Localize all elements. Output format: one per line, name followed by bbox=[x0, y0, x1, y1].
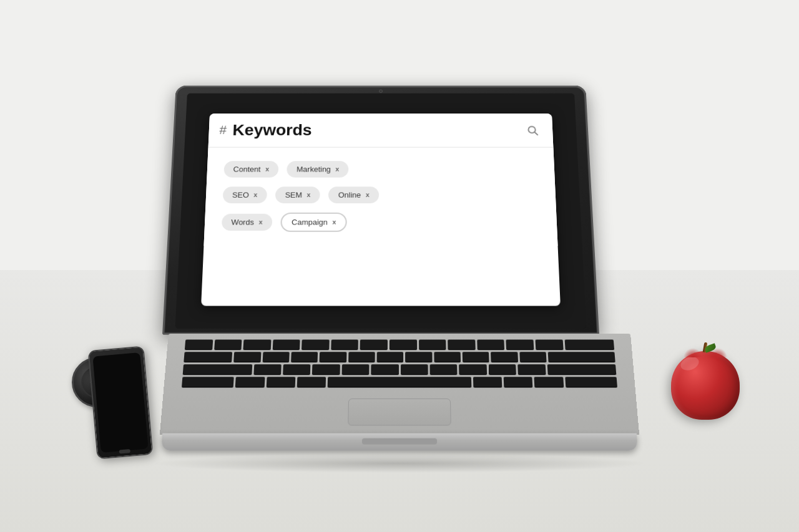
tag-sem-close[interactable]: x bbox=[307, 191, 311, 198]
key bbox=[243, 339, 272, 349]
key bbox=[519, 352, 547, 362]
tag-content[interactable]: Content x bbox=[223, 160, 279, 177]
key bbox=[331, 339, 358, 349]
key-row-3 bbox=[183, 364, 617, 374]
key-row-1 bbox=[185, 339, 614, 349]
laptop-shadow bbox=[150, 454, 649, 473]
tag-campaign-close[interactable]: x bbox=[332, 218, 336, 225]
key bbox=[448, 339, 475, 349]
tag-seo[interactable]: SEO x bbox=[222, 186, 267, 203]
tag-online-close[interactable]: x bbox=[366, 191, 370, 198]
phone bbox=[88, 346, 154, 459]
browser-content: Content x Marketing x bbox=[203, 147, 558, 246]
tag-row-2: SEO x SEM x Online x bbox=[222, 186, 539, 203]
key bbox=[184, 352, 232, 362]
tag-online-label: Online bbox=[338, 190, 361, 199]
key bbox=[506, 339, 534, 349]
key bbox=[341, 364, 369, 374]
key bbox=[214, 339, 242, 349]
laptop-keyboard bbox=[160, 333, 639, 435]
laptop-lid:  # Keywords bbox=[162, 85, 599, 334]
search-bar: # Keywords bbox=[208, 113, 554, 147]
key bbox=[434, 352, 461, 362]
hash-icon: # bbox=[219, 122, 227, 137]
svg-point-0 bbox=[529, 126, 536, 132]
key bbox=[301, 339, 329, 349]
scene:  # Keywords bbox=[0, 0, 799, 532]
svg-line-1 bbox=[535, 132, 538, 134]
key bbox=[401, 364, 428, 374]
tag-marketing[interactable]: Marketing x bbox=[287, 160, 348, 177]
key bbox=[253, 364, 282, 374]
key bbox=[348, 352, 375, 362]
apple-indent-left bbox=[684, 348, 702, 357]
phone-screen bbox=[92, 352, 148, 453]
tag-marketing-label: Marketing bbox=[297, 165, 331, 173]
key bbox=[548, 352, 615, 362]
key-row-2 bbox=[184, 352, 615, 362]
key bbox=[183, 364, 252, 374]
key bbox=[517, 364, 546, 374]
key bbox=[320, 352, 346, 362]
key bbox=[182, 377, 234, 387]
apple-body bbox=[671, 351, 740, 420]
key bbox=[491, 352, 517, 362]
key bbox=[488, 364, 516, 374]
tag-sem[interactable]: SEM x bbox=[275, 186, 320, 203]
key bbox=[463, 352, 489, 362]
apple-decoration bbox=[671, 351, 740, 423]
key bbox=[312, 364, 340, 374]
key bbox=[377, 352, 404, 362]
tag-campaign[interactable]: Campaign x bbox=[280, 212, 347, 231]
laptop:  # Keywords bbox=[162, 66, 637, 450]
key-row-4 bbox=[182, 377, 617, 387]
space-key bbox=[328, 377, 472, 387]
tag-words-label: Words bbox=[231, 217, 254, 226]
key bbox=[504, 377, 533, 387]
tag-seo-close[interactable]: x bbox=[253, 191, 257, 198]
key bbox=[185, 339, 213, 349]
tag-content-close[interactable]: x bbox=[265, 165, 269, 172]
trackpad bbox=[348, 398, 451, 425]
tag-sem-label: SEM bbox=[285, 190, 302, 199]
key bbox=[235, 377, 265, 387]
key bbox=[233, 352, 261, 362]
key bbox=[273, 339, 300, 349]
key bbox=[360, 339, 388, 349]
keywords-title: Keywords bbox=[232, 121, 517, 139]
key bbox=[534, 377, 564, 387]
tag-online[interactable]: Online x bbox=[328, 186, 379, 203]
webcam bbox=[379, 89, 383, 92]
tag-words-close[interactable]: x bbox=[258, 218, 262, 225]
key bbox=[477, 339, 504, 349]
tag-marketing-close[interactable]: x bbox=[335, 165, 339, 172]
key bbox=[473, 377, 502, 387]
laptop-screen: # Keywords bbox=[175, 93, 587, 328]
key bbox=[291, 352, 318, 362]
key bbox=[390, 339, 417, 349]
tag-row-1: Content x Marketing x bbox=[223, 160, 538, 177]
tag-seo-label: SEO bbox=[232, 190, 249, 199]
key bbox=[262, 352, 289, 362]
search-icon[interactable] bbox=[523, 121, 543, 139]
key bbox=[564, 339, 614, 349]
key bbox=[297, 377, 326, 387]
browser-window: # Keywords bbox=[201, 113, 561, 306]
tag-words[interactable]: Words x bbox=[221, 213, 272, 230]
key bbox=[565, 377, 617, 387]
key bbox=[405, 352, 432, 362]
key bbox=[419, 339, 446, 349]
key bbox=[459, 364, 486, 374]
key bbox=[283, 364, 311, 374]
tag-campaign-label: Campaign bbox=[292, 217, 328, 226]
key bbox=[266, 377, 295, 387]
screen-bezel: # Keywords bbox=[175, 93, 587, 328]
key bbox=[371, 364, 398, 374]
tag-content-label: Content bbox=[233, 165, 261, 173]
key bbox=[429, 364, 457, 374]
key bbox=[547, 364, 616, 374]
tag-row-3: Words x Campaign x bbox=[221, 212, 540, 231]
keyboard-grid bbox=[181, 339, 618, 395]
laptop-base bbox=[162, 433, 637, 450]
phone-home-button bbox=[119, 449, 130, 454]
